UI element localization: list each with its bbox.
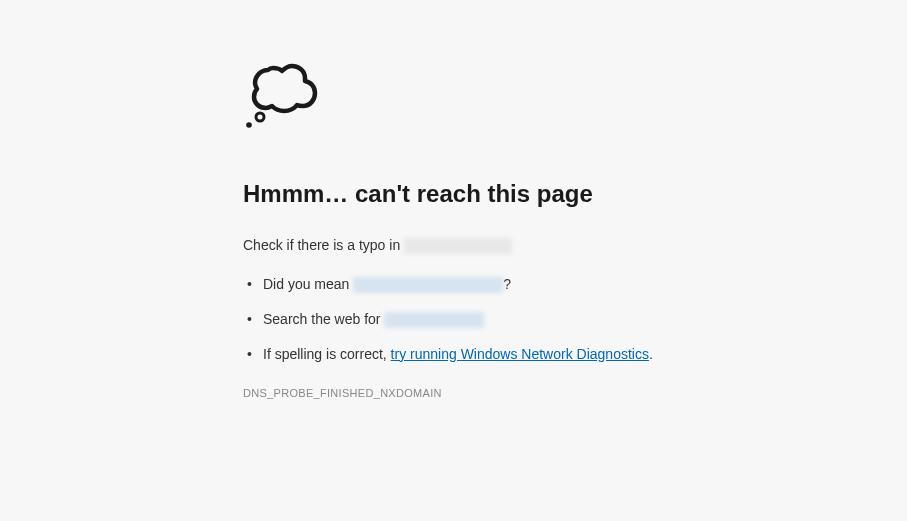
- error-page: Hmmm… can't reach this page Check if the…: [0, 0, 907, 399]
- suggestion-did-you-mean: Did you mean ?: [243, 274, 907, 295]
- thought-bubble-icon: [243, 58, 907, 132]
- error-description: Check if there is a typo in: [243, 236, 907, 256]
- diagnostics-link[interactable]: try running Windows Network Diagnostics: [391, 346, 649, 362]
- svg-point-0: [256, 113, 264, 121]
- redacted-hostname: [404, 238, 512, 254]
- spelling-prefix: If spelling is correct,: [263, 346, 391, 362]
- suggestion-spelling: If spelling is correct, try running Wind…: [243, 344, 907, 365]
- did-you-mean-prefix: Did you mean: [263, 276, 353, 292]
- search-web-prefix: Search the web for: [263, 311, 384, 327]
- redacted-suggested-link[interactable]: [353, 277, 503, 293]
- suggestion-list: Did you mean ? Search the web for If spe…: [243, 274, 907, 365]
- suggestion-search-web: Search the web for: [243, 309, 907, 330]
- did-you-mean-suffix: ?: [503, 276, 511, 292]
- svg-point-1: [246, 122, 252, 128]
- error-title: Hmmm… can't reach this page: [243, 180, 907, 208]
- error-code: DNS_PROBE_FINISHED_NXDOMAIN: [243, 387, 907, 399]
- spelling-suffix: .: [649, 346, 653, 362]
- description-prefix: Check if there is a typo in: [243, 237, 404, 253]
- redacted-search-link[interactable]: [384, 312, 484, 328]
